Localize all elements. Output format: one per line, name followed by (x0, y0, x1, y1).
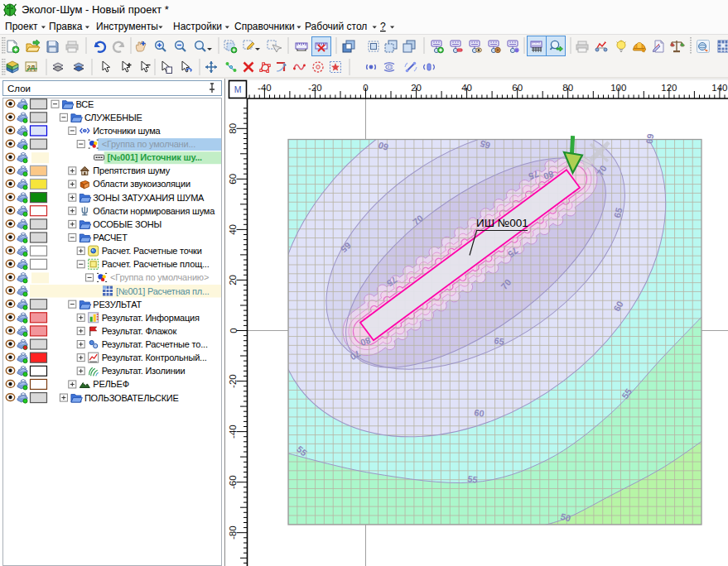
svg-text:РЕЛЬЕФ: РЕЛЬЕФ (93, 379, 129, 389)
svg-text:Области звукоизоляции: Области звукоизоляции (93, 179, 190, 189)
svg-text:ИШ №001: ИШ №001 (476, 217, 528, 229)
svg-text:Препятствия шуму: Препятствия шуму (93, 165, 170, 175)
svg-text:140: 140 (711, 83, 727, 93)
svg-text:Области нормирования шума: Области нормирования шума (93, 206, 215, 216)
svg-text:[№001] Источник шу...: [№001] Источник шу... (108, 152, 202, 162)
svg-text:60: 60 (474, 407, 485, 419)
svg-text:-40: -40 (229, 424, 239, 439)
svg-text:Результат. Флажок: Результат. Флажок (102, 326, 177, 336)
svg-text:Рабочий стол: Рабочий стол (305, 21, 367, 32)
svg-text:Инструменты: Инструменты (96, 21, 158, 32)
svg-text:0: 0 (229, 328, 239, 333)
svg-text:ЗОНЫ ЗАТУХАНИЯ ШУМА: ЗОНЫ ЗАТУХАНИЯ ШУМА (93, 193, 205, 203)
svg-text:Источники шума: Источники шума (93, 126, 161, 136)
svg-text:-20: -20 (229, 374, 239, 388)
svg-text:60: 60 (512, 83, 523, 93)
svg-text:40: 40 (461, 83, 472, 93)
svg-text:ПОЛЬЗОВАТЕЛЬСКИЕ: ПОЛЬЗОВАТЕЛЬСКИЕ (84, 393, 179, 403)
svg-text:Правка: Правка (49, 21, 83, 32)
svg-text:20: 20 (229, 275, 239, 285)
svg-text:80: 80 (229, 123, 239, 134)
svg-text:РЕЗУЛЬТАТ: РЕЗУЛЬТАТ (93, 300, 142, 309)
svg-text:40: 40 (229, 224, 239, 235)
svg-text:Проект: Проект (5, 21, 38, 32)
svg-text:0: 0 (363, 83, 368, 93)
svg-text:Результат. Изолинии: Результат. Изолинии (102, 366, 186, 376)
svg-text:-60: -60 (229, 475, 239, 489)
svg-text:?: ? (380, 21, 386, 32)
svg-text:Расчет. Расчетные площ...: Расчет. Расчетные площ... (102, 259, 210, 269)
svg-text:Результат. Информация: Результат. Информация (102, 313, 200, 323)
svg-text:60: 60 (644, 133, 656, 145)
svg-text:РАСЧЕТ: РАСЧЕТ (93, 233, 128, 242)
svg-text:[№001] Расчетная пл...: [№001] Расчетная пл... (116, 286, 210, 296)
svg-text:100: 100 (610, 83, 626, 93)
svg-text:20: 20 (411, 83, 422, 93)
svg-text:60: 60 (229, 174, 239, 185)
svg-text:СЛУЖЕБНЫЕ: СЛУЖЕБНЫЕ (84, 113, 142, 122)
svg-text:<Группа по умолчани...: <Группа по умолчани... (102, 139, 195, 149)
svg-text:<Группа по умолчанию>: <Группа по умолчанию> (110, 272, 209, 282)
svg-text:Эколог-Шум - Новый проект *: Эколог-Шум - Новый проект * (22, 3, 169, 16)
svg-text:Справочники: Справочники (234, 21, 295, 32)
svg-text:80: 80 (562, 83, 573, 93)
svg-text:ОСОБЫЕ ЗОНЫ: ОСОБЫЕ ЗОНЫ (93, 219, 162, 229)
svg-text:-20: -20 (308, 83, 322, 93)
svg-text:ВСЕ: ВСЕ (76, 99, 94, 109)
svg-text:Результат. Расчетные то...: Результат. Расчетные то... (102, 339, 208, 349)
svg-text:М: М (234, 84, 242, 94)
svg-text:-80: -80 (229, 525, 239, 540)
svg-text:Результат. Контрольный...: Результат. Контрольный... (102, 353, 207, 362)
svg-text:Расчет. Расчетные точки: Расчет. Расчетные точки (102, 246, 202, 256)
svg-text:55: 55 (467, 473, 479, 485)
svg-text:-40: -40 (258, 83, 272, 93)
svg-text:Слои: Слои (7, 84, 31, 94)
svg-text:Настройки: Настройки (173, 21, 222, 32)
svg-text:65: 65 (494, 335, 505, 347)
svg-text:120: 120 (661, 83, 677, 93)
